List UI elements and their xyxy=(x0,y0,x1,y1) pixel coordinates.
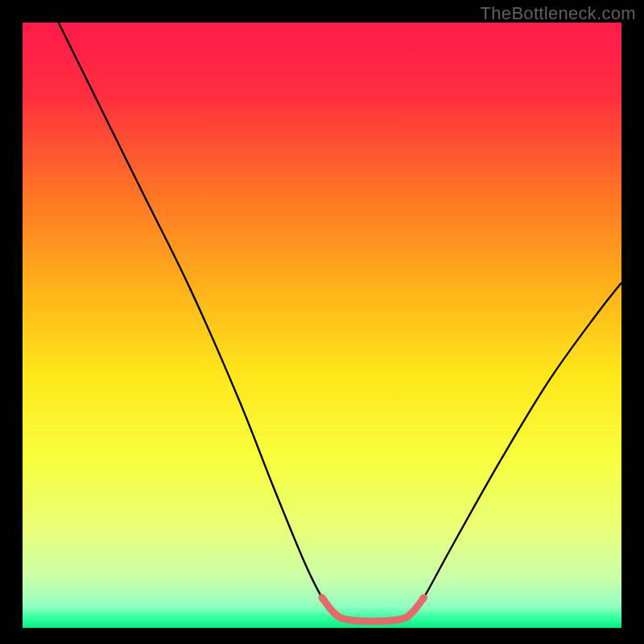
bottleneck-curve xyxy=(59,23,621,621)
credit-text: TheBottleneck.com xyxy=(481,3,636,24)
plot-area xyxy=(23,23,621,628)
valley-overlay xyxy=(322,597,423,621)
curves-layer xyxy=(23,23,621,628)
chart-frame: TheBottleneck.com xyxy=(0,0,644,644)
